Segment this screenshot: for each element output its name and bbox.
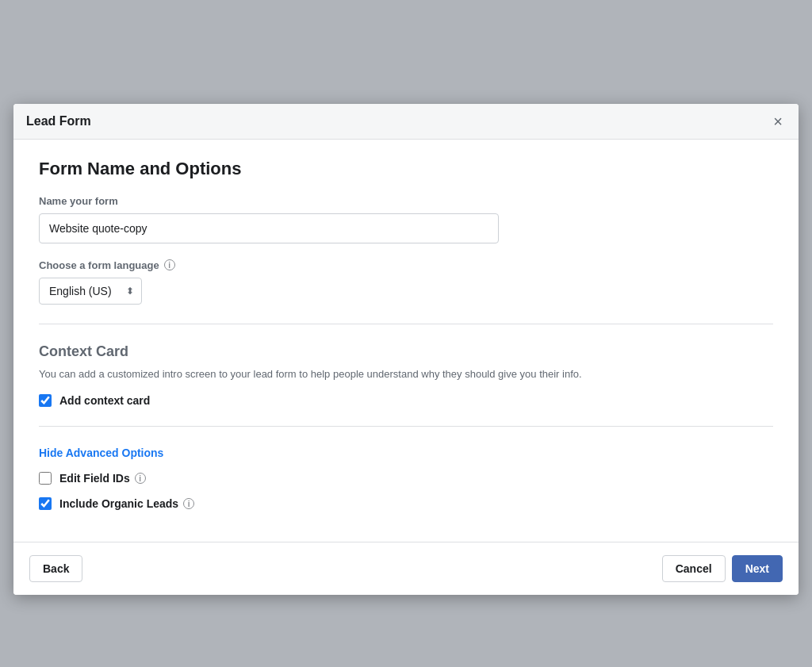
edit-field-ids-row: Edit Field IDs i [39, 472, 773, 485]
form-language-group: Choose a form language i English (US) Sp… [39, 259, 773, 305]
divider-2 [39, 426, 773, 427]
edit-field-ids-label[interactable]: Edit Field IDs i [59, 472, 146, 485]
form-section-title: Form Name and Options [39, 159, 773, 179]
edit-field-ids-checkbox[interactable] [39, 472, 52, 485]
include-organic-leads-checkbox[interactable] [39, 497, 52, 510]
modal-footer: Back Cancel Next [13, 542, 799, 595]
modal-overlay: Lead Form × Form Name and Options Name y… [13, 16, 799, 667]
context-card-section: Context Card You can add a customized in… [39, 343, 773, 408]
include-organic-leads-row: Include Organic Leads i [39, 497, 773, 510]
hide-advanced-options-link[interactable]: Hide Advanced Options [39, 447, 163, 459]
include-organic-leads-info-icon[interactable]: i [183, 498, 194, 509]
modal-title: Lead Form [26, 114, 91, 128]
form-name-label: Name your form [39, 195, 773, 207]
context-card-checkbox-row: Add context card [39, 394, 773, 407]
divider-1 [39, 324, 773, 324]
language-select[interactable]: English (US) Spanish French German Portu… [39, 278, 142, 305]
close-button[interactable]: × [770, 113, 786, 129]
form-name-group: Name your form [39, 195, 773, 243]
language-select-wrapper: English (US) Spanish French German Portu… [39, 278, 142, 305]
form-name-input[interactable] [39, 213, 499, 243]
back-button[interactable]: Back [29, 555, 82, 582]
lead-form-modal: Lead Form × Form Name and Options Name y… [13, 104, 799, 596]
advanced-section: Hide Advanced Options Edit Field IDs i I… [39, 446, 773, 510]
language-info-icon[interactable]: i [164, 259, 175, 270]
context-card-description: You can add a customized intro screen to… [39, 366, 773, 382]
modal-header: Lead Form × [13, 104, 799, 140]
cancel-button[interactable]: Cancel [662, 555, 726, 582]
modal-body: Form Name and Options Name your form Cho… [13, 140, 799, 542]
form-language-label: Choose a form language i [39, 259, 773, 271]
context-card-title: Context Card [39, 343, 773, 360]
edit-field-ids-info-icon[interactable]: i [135, 473, 146, 484]
context-card-checkbox[interactable] [39, 394, 52, 407]
context-card-checkbox-label[interactable]: Add context card [59, 394, 150, 407]
next-button[interactable]: Next [732, 555, 783, 582]
include-organic-leads-label[interactable]: Include Organic Leads i [59, 497, 194, 510]
footer-right-buttons: Cancel Next [662, 555, 783, 582]
